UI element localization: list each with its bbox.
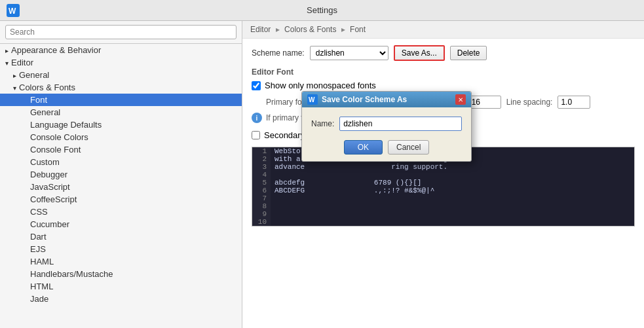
sidebar-item-cucumber[interactable]: Cucumber bbox=[0, 218, 242, 230]
line-content-10 bbox=[271, 218, 275, 226]
sidebar-item-css[interactable]: CSS bbox=[0, 206, 242, 218]
line-num-6: 6 bbox=[252, 187, 271, 194]
breadcrumb-part-3: Font bbox=[350, 25, 366, 34]
sidebar: ▸Appearance & Behavior▾Editor▸General▾Co… bbox=[0, 21, 242, 328]
line-content-3: advance ring support. bbox=[271, 163, 447, 171]
search-input[interactable] bbox=[5, 25, 237, 39]
sidebar-item-custom[interactable]: Custom bbox=[0, 156, 242, 168]
scheme-row: Scheme name: dzlishen Save As... Delete bbox=[252, 45, 635, 61]
line-num-7: 7 bbox=[252, 194, 271, 202]
line-content-9 bbox=[271, 210, 275, 218]
monospaced-label[interactable]: Show only monospaced fonts bbox=[265, 81, 376, 90]
sidebar-item-console-colors[interactable]: Console Colors bbox=[0, 131, 242, 143]
preview-line-8: 8 bbox=[252, 202, 634, 210]
dialog-body: Name: OK Cancel bbox=[302, 107, 471, 161]
sidebar-item-html[interactable]: HTML bbox=[0, 280, 242, 293]
preview-line-9: 9 bbox=[252, 210, 634, 218]
dialog-buttons: OK Cancel bbox=[311, 140, 462, 155]
search-box bbox=[0, 21, 242, 44]
dialog-title-left: W Save Color Scheme As bbox=[307, 94, 407, 105]
sidebar-item-editor[interactable]: ▾Editor bbox=[0, 56, 242, 69]
preview-line-6: 6 ABCDEFG .,:;!? #&$%@|^ bbox=[252, 187, 634, 194]
tree-container: ▸Appearance & Behavior▾Editor▸General▾Co… bbox=[0, 44, 242, 305]
editor-font-section-title: Editor Font bbox=[252, 67, 635, 77]
dialog-cancel-button[interactable]: Cancel bbox=[388, 140, 429, 155]
line-content-7 bbox=[271, 194, 275, 202]
scheme-select[interactable]: dzlishen bbox=[310, 46, 388, 60]
dialog-name-input[interactable] bbox=[339, 117, 462, 131]
window-title: Settings bbox=[307, 5, 337, 15]
line-content-4 bbox=[271, 171, 275, 179]
sidebar-item-language-defaults[interactable]: Language Defaults bbox=[0, 118, 242, 131]
sidebar-item-haml[interactable]: HAML bbox=[0, 255, 242, 268]
dialog-name-row: Name: bbox=[311, 117, 462, 131]
line-num-2: 2 bbox=[252, 155, 271, 163]
monospaced-checkbox[interactable] bbox=[252, 81, 261, 90]
sidebar-item-general[interactable]: ▸General bbox=[0, 69, 242, 81]
scheme-label: Scheme name: bbox=[252, 48, 305, 58]
line-content-5: abcdefg 6789 (){}[] bbox=[271, 179, 421, 187]
save-color-scheme-dialog: W Save Color Scheme As ✕ Name: bbox=[301, 91, 472, 162]
sidebar-item-dart[interactable]: Dart bbox=[0, 230, 242, 243]
dialog-name-label: Name: bbox=[311, 119, 334, 128]
dialog-title-text: Save Color Scheme As bbox=[322, 95, 407, 104]
line-num-9: 9 bbox=[252, 210, 271, 218]
preview-line-3: 3 advance ring support. bbox=[252, 163, 634, 171]
breadcrumb-part-1: Editor bbox=[250, 25, 271, 34]
line-num-8: 8 bbox=[252, 202, 271, 210]
preview-line-5: 5 abcdefg 6789 (){}[] bbox=[252, 179, 634, 187]
svg-text:W: W bbox=[309, 96, 315, 103]
line-content-6: ABCDEFG .,:;!? #&$%@|^ bbox=[271, 187, 434, 194]
main-layout: ▸Appearance & Behavior▾Editor▸General▾Co… bbox=[0, 21, 644, 328]
line-num-5: 5 bbox=[252, 179, 271, 187]
line-num-4: 4 bbox=[252, 171, 271, 179]
secondary-font-checkbox[interactable] bbox=[252, 131, 260, 139]
content-panel: Editor ▸ Colors & Fonts ▸ Font Scheme na… bbox=[242, 21, 644, 328]
dialog-titlebar: W Save Color Scheme As ✕ bbox=[302, 92, 471, 107]
sidebar-item-javascript[interactable]: JavaScript bbox=[0, 181, 242, 193]
breadcrumb: Editor ▸ Colors & Fonts ▸ Font bbox=[242, 21, 644, 39]
dialog-close-button[interactable]: ✕ bbox=[455, 94, 466, 105]
content-body: Scheme name: dzlishen Save As... Delete … bbox=[242, 39, 644, 328]
line-num-1: 1 bbox=[252, 147, 271, 155]
sidebar-item-appearance[interactable]: ▸Appearance & Behavior bbox=[0, 44, 242, 56]
sidebar-item-general2[interactable]: General bbox=[0, 106, 242, 118]
line-num-10: 10 bbox=[252, 218, 271, 226]
app-logo: W bbox=[7, 4, 20, 17]
line-num-3: 3 bbox=[252, 163, 271, 171]
size-input[interactable] bbox=[468, 96, 501, 109]
info-icon: i bbox=[252, 113, 262, 123]
sidebar-item-jade[interactable]: Jade bbox=[0, 293, 242, 305]
breadcrumb-part-2: Colors & Fonts bbox=[284, 25, 336, 34]
breadcrumb-arrow-2: ▸ bbox=[341, 25, 347, 34]
preview-line-10: 10 bbox=[252, 218, 634, 226]
line-spacing-input[interactable] bbox=[558, 96, 590, 109]
title-bar: W Settings bbox=[0, 0, 644, 21]
line-content-8 bbox=[271, 202, 275, 210]
line-spacing-label: Line spacing: bbox=[506, 98, 553, 107]
sidebar-item-ejs[interactable]: EJS bbox=[0, 243, 242, 255]
sidebar-item-debugger[interactable]: Debugger bbox=[0, 168, 242, 181]
sidebar-item-coffeescript[interactable]: CoffeeScript bbox=[0, 193, 242, 206]
preview-line-4: 4 bbox=[252, 171, 634, 179]
svg-text:W: W bbox=[9, 7, 16, 16]
delete-button[interactable]: Delete bbox=[450, 46, 487, 60]
save-as-button[interactable]: Save As... bbox=[394, 45, 445, 61]
monospaced-row: Show only monospaced fonts bbox=[252, 81, 635, 90]
breadcrumb-arrow-1: ▸ bbox=[276, 25, 282, 34]
dialog-ok-button[interactable]: OK bbox=[344, 140, 383, 155]
sidebar-item-font[interactable]: Font bbox=[0, 94, 242, 106]
preview-line-7: 7 bbox=[252, 194, 634, 202]
sidebar-item-handlebars[interactable]: Handlebars/Mustache bbox=[0, 268, 242, 280]
sidebar-item-colors-fonts[interactable]: ▾Colors & Fonts bbox=[0, 81, 242, 94]
dialog-logo: W bbox=[307, 94, 318, 105]
sidebar-item-console-font[interactable]: Console Font bbox=[0, 143, 242, 156]
